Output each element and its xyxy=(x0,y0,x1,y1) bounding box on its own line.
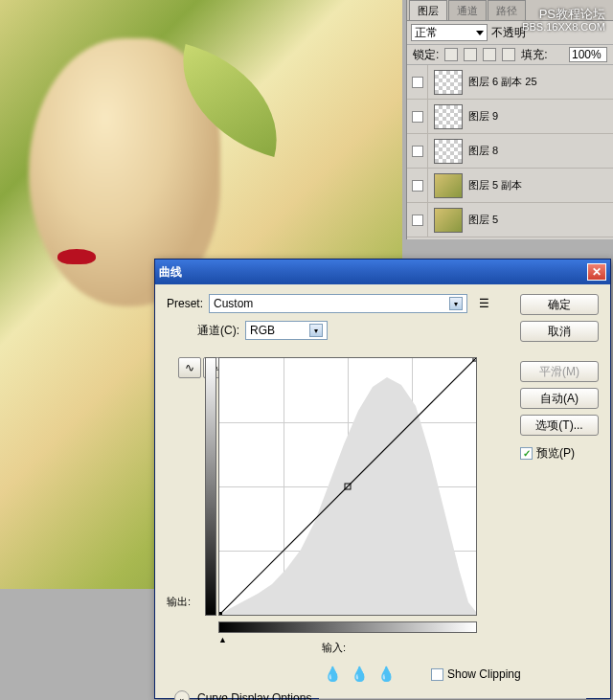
lock-position-icon[interactable] xyxy=(483,48,496,61)
curve-point-shadow xyxy=(219,612,222,615)
divider xyxy=(319,698,586,699)
layer-row[interactable]: 图层 5 xyxy=(407,203,613,237)
layer-row[interactable]: 图层 8 xyxy=(407,134,613,169)
dialog-title: 曲线 xyxy=(159,264,182,281)
display-options-label: Curve Display Options xyxy=(197,691,311,700)
auto-button[interactable]: 自动(A) xyxy=(520,388,599,409)
layers-panel: 图层 通道 路径 正常 不透明 锁定: 填充: 100% 图层 6 副本 25 … xyxy=(406,0,613,239)
curve-graph[interactable] xyxy=(218,357,477,616)
channel-value: RGB xyxy=(250,324,275,337)
leaf-decoration xyxy=(163,44,296,157)
opacity-label: 不透明 xyxy=(491,25,526,41)
eyedropper-white[interactable]: 💧 xyxy=(377,666,395,683)
tab-paths[interactable]: 路径 xyxy=(488,0,526,20)
layer-name: 图层 6 副本 25 xyxy=(468,75,537,89)
ok-button[interactable]: 确定 xyxy=(520,294,599,315)
visibility-toggle[interactable] xyxy=(412,77,423,88)
preview-label: 预览(P) xyxy=(536,445,575,462)
show-clipping-label: Show Clipping xyxy=(447,667,521,681)
lock-transparency-icon[interactable] xyxy=(444,48,458,61)
layer-thumbnail[interactable] xyxy=(434,139,463,164)
watermark-line2: BBS.16XX8.COM xyxy=(522,21,605,33)
lock-row: 锁定: 填充: 100% xyxy=(407,44,613,65)
visibility-toggle[interactable] xyxy=(412,146,423,157)
tab-channels[interactable]: 通道 xyxy=(448,0,487,20)
preset-label: Preset: xyxy=(167,297,203,310)
curves-dialog: 曲线 ✕ Preset: Custom ▾ ☰ 通道(C): RGB ▾ 确定 … xyxy=(154,259,611,699)
input-gradient xyxy=(218,621,477,633)
layer-name: 图层 9 xyxy=(468,109,498,124)
channel-select[interactable]: RGB ▾ xyxy=(245,321,328,340)
visibility-toggle[interactable] xyxy=(412,180,423,192)
output-gradient xyxy=(205,357,216,616)
close-button[interactable]: ✕ xyxy=(587,263,606,281)
tab-layers[interactable]: 图层 xyxy=(409,0,447,20)
layer-name: 图层 5 xyxy=(468,213,498,227)
layer-thumbnail[interactable] xyxy=(434,173,463,198)
eyedropper-black[interactable]: 💧 xyxy=(324,666,341,683)
output-label: 输出: xyxy=(167,595,191,609)
chevron-down-icon: ▾ xyxy=(309,324,323,337)
lock-label: 锁定: xyxy=(413,47,439,63)
blend-mode-value: 正常 xyxy=(415,25,438,41)
layer-row[interactable]: 图层 5 副本 xyxy=(407,169,613,203)
options-button[interactable]: 选项(T)... xyxy=(520,415,599,436)
slider-marker[interactable]: ▲ xyxy=(218,635,227,644)
blend-mode-select[interactable]: 正常 xyxy=(411,24,488,41)
preview-checkbox[interactable]: ✓ xyxy=(520,447,533,460)
layer-list: 图层 6 副本 25 图层 9 图层 8 图层 5 副本 图层 5 xyxy=(407,65,613,237)
fill-value: 100% xyxy=(572,48,602,61)
layer-name: 图层 5 副本 xyxy=(468,178,522,192)
eyedropper-gray[interactable]: 💧 xyxy=(351,666,368,683)
preset-menu-icon[interactable]: ☰ xyxy=(479,297,492,310)
layer-row[interactable]: 图层 9 xyxy=(407,100,613,134)
close-icon: ✕ xyxy=(592,265,602,279)
show-clipping-checkbox[interactable] xyxy=(431,668,443,681)
channel-label: 通道(C): xyxy=(197,323,239,339)
histogram-svg xyxy=(219,358,476,615)
lock-pixels-icon[interactable] xyxy=(464,48,477,61)
curve-icon: ∿ xyxy=(185,361,194,374)
svg-marker-0 xyxy=(219,377,476,615)
curve-point-tool[interactable]: ∿ xyxy=(178,357,201,378)
fill-value-input[interactable]: 100% xyxy=(569,47,607,62)
chevron-down-icon xyxy=(476,31,484,35)
layer-thumbnail[interactable] xyxy=(434,70,463,95)
cancel-button[interactable]: 取消 xyxy=(520,321,599,342)
input-label: 输入: xyxy=(322,641,346,655)
chevron-down-icon: ▾ xyxy=(449,297,463,310)
dialog-button-column: 确定 取消 平滑(M) 自动(A) 选项(T)... ✓ 预览(P) xyxy=(520,294,599,462)
preset-select[interactable]: Custom ▾ xyxy=(209,294,467,313)
layer-thumbnail[interactable] xyxy=(434,104,463,129)
layer-name: 图层 8 xyxy=(468,144,498,158)
smooth-button: 平滑(M) xyxy=(520,361,599,382)
curve-area: ∿ ✎ ▲ 输出: 输入 xyxy=(178,357,494,654)
lock-all-icon[interactable] xyxy=(502,48,515,61)
dialog-body: Preset: Custom ▾ ☰ 通道(C): RGB ▾ 确定 取消 平滑… xyxy=(155,284,610,698)
expand-options-button[interactable]: ⌄ xyxy=(174,690,190,700)
layer-row[interactable]: 图层 6 副本 25 xyxy=(407,65,613,100)
visibility-toggle[interactable] xyxy=(412,215,423,226)
preset-value: Custom xyxy=(214,297,253,310)
dialog-titlebar[interactable]: 曲线 ✕ xyxy=(155,260,610,284)
fill-label: 填充: xyxy=(521,47,547,63)
layer-thumbnail[interactable] xyxy=(434,208,463,233)
visibility-toggle[interactable] xyxy=(412,111,423,123)
